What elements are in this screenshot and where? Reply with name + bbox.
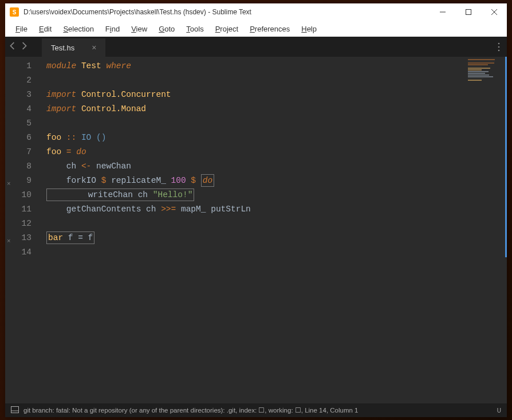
svg-point-5 [498, 46, 500, 48]
tab-nav [5, 37, 31, 57]
gutter-mark: × [7, 234, 11, 249]
line-number: 7 [14, 145, 31, 159]
maximize-button[interactable] [455, 3, 481, 21]
window-title: D:\users\voidex\Documents\Projects\haske… [23, 8, 430, 16]
tab-test-hs[interactable]: Test.hs × [42, 38, 105, 57]
line-number: 3 [14, 88, 31, 102]
tab-overflow-icon[interactable] [491, 37, 507, 57]
line-number: 8 [14, 159, 31, 174]
menu-find[interactable]: Find [100, 22, 125, 36]
status-text: git branch: fatal: Not a git repository … [23, 406, 493, 414]
line-number: 1 [14, 59, 31, 73]
app-icon: S [10, 7, 19, 17]
menu-preferences[interactable]: Preferences [244, 22, 296, 36]
menu-goto[interactable]: Goto [153, 22, 180, 36]
close-button[interactable] [481, 3, 507, 21]
svg-point-6 [498, 49, 500, 51]
svg-rect-1 [466, 10, 471, 15]
code-line[interactable]: import Control.Concurrent [46, 88, 507, 102]
code-line[interactable] [46, 217, 507, 231]
panel-icon[interactable] [11, 406, 19, 414]
code-line[interactable] [46, 116, 507, 131]
window-controls [430, 3, 507, 21]
line-number: 13 [14, 231, 31, 245]
code-line[interactable]: import Control.Monad [46, 102, 507, 116]
code-editor[interactable]: ×× 1234567891011121314 module Test where… [5, 57, 507, 403]
nav-forward-icon[interactable] [21, 42, 27, 52]
line-number: 11 [14, 202, 31, 217]
code-content[interactable]: module Test whereimport Control.Concurre… [37, 57, 507, 403]
main-window: S D:\users\voidex\Documents\Projects\has… [5, 3, 507, 417]
line-number: 6 [14, 131, 31, 145]
menubar: FileEditSelectionFindViewGotoToolsProjec… [5, 21, 507, 37]
code-line[interactable]: bar f = f [46, 231, 507, 245]
code-line[interactable]: forkIO $ replicateM_ 100 $ do [46, 174, 507, 188]
line-number: 2 [14, 73, 31, 88]
menu-view[interactable]: View [125, 22, 153, 36]
line-number: 10 [14, 188, 31, 202]
scroll-indicator[interactable] [505, 57, 507, 257]
menu-help[interactable]: Help [296, 22, 322, 36]
status-right: U [497, 407, 501, 414]
code-line[interactable]: getChanContents ch >>= mapM_ putStrLn [46, 202, 507, 217]
line-number: 4 [14, 102, 31, 116]
menu-project[interactable]: Project [210, 22, 244, 36]
menu-selection[interactable]: Selection [57, 22, 99, 36]
menu-file[interactable]: File [10, 22, 33, 36]
nav-back-icon[interactable] [10, 42, 15, 52]
svg-point-4 [498, 42, 500, 44]
menu-tools[interactable]: Tools [180, 22, 209, 36]
line-numbers: 1234567891011121314 [14, 57, 37, 403]
line-number: 12 [14, 217, 31, 231]
code-line[interactable]: module Test where [46, 59, 507, 73]
line-number: 9 [14, 174, 31, 188]
editor-area: Test.hs × ×× 1234567891011121314 module … [5, 37, 507, 417]
svg-rect-7 [11, 407, 19, 413]
menu-edit[interactable]: Edit [33, 22, 57, 36]
line-number: 14 [14, 245, 31, 260]
minimap[interactable] [468, 59, 502, 76]
code-line[interactable] [46, 73, 507, 88]
code-line[interactable]: writeChan ch "Hello!" [46, 188, 507, 202]
code-line[interactable]: foo :: IO () [46, 131, 507, 145]
tab-close-icon[interactable]: × [92, 43, 96, 52]
gutter-marks: ×× [5, 57, 14, 403]
minimize-button[interactable] [430, 3, 455, 21]
tab-label: Test.hs [51, 44, 74, 52]
line-number: 5 [14, 116, 31, 131]
tab-bar: Test.hs × [5, 37, 507, 57]
code-line[interactable]: foo = do [46, 145, 507, 159]
code-line[interactable]: ch <- newChan [46, 159, 507, 174]
statusbar: git branch: fatal: Not a git repository … [5, 403, 507, 417]
titlebar[interactable]: S D:\users\voidex\Documents\Projects\has… [5, 3, 507, 21]
code-line[interactable] [46, 245, 507, 260]
gutter-mark: × [7, 177, 11, 191]
